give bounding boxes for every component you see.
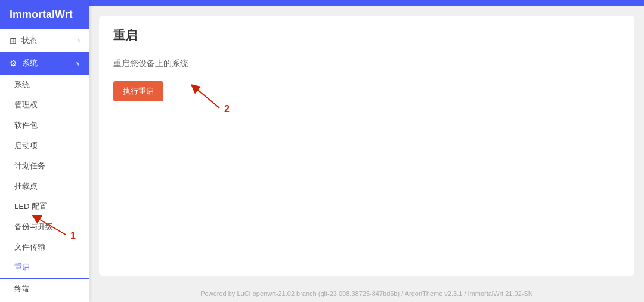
sidebar-item-admin[interactable]: 管理权 [0, 95, 89, 115]
sidebar-item-mount[interactable]: 挂载点 [0, 176, 89, 196]
sidebar-item-reboot[interactable]: 重启 [0, 257, 89, 279]
sidebar-item-led[interactable]: LED 配置 [0, 196, 89, 217]
status-label: 状态 [21, 35, 37, 46]
top-bar [89, 0, 644, 6]
sidebar-item-filetransfer[interactable]: 文件传输 [0, 237, 89, 257]
sidebar-item-status[interactable]: ⊞ 状态 › [0, 29, 89, 52]
page-description: 重启您设备上的系统 [113, 58, 620, 69]
footer: Powered by LuCI openwrt-21.02 branch (gi… [89, 285, 644, 302]
chevron-right-icon: › [78, 38, 80, 44]
content-card: 重启 重启您设备上的系统 执行重启 2 [99, 16, 634, 276]
system-label: 系统 [22, 58, 38, 69]
gear-icon: ⚙ [10, 58, 17, 68]
arrow-annotation-2: 2 [182, 69, 254, 117]
sidebar-item-system-sub[interactable]: 系统 [0, 75, 89, 95]
footer-text: Powered by LuCI openwrt-21.02 branch (gi… [200, 290, 532, 297]
grid-icon: ⊞ [10, 36, 17, 45]
app-logo: ImmortalWrt [0, 0, 89, 29]
sidebar-item-terminal[interactable]: 终端 [0, 279, 89, 299]
svg-line-3 [194, 87, 219, 108]
sidebar-item-scheduled[interactable]: 计划任务 [0, 156, 89, 176]
sidebar-item-startup[interactable]: 启动项 [0, 135, 89, 156]
system-submenu: 系统 管理权 软件包 启动项 计划任务 挂载点 LED 配置 备份与升级 文件传… [0, 75, 89, 299]
main-area: 重启 重启您设备上的系统 执行重启 2 Powered by LuCI open… [89, 0, 644, 302]
sidebar-item-backup[interactable]: 备份与升级 [0, 217, 89, 237]
reboot-button[interactable]: 执行重启 [113, 81, 163, 101]
chevron-down-icon: ∨ [76, 60, 80, 67]
svg-text:2: 2 [224, 104, 230, 114]
sidebar-item-packages[interactable]: 软件包 [0, 115, 89, 135]
sidebar: ImmortalWrt ⊞ 状态 › ⚙ 系统 ∨ 系统 管理权 软件包 启动项… [0, 0, 89, 302]
sidebar-item-system[interactable]: ⚙ 系统 ∨ [0, 52, 89, 75]
page-title: 重启 [113, 27, 620, 51]
content-area: 重启 重启您设备上的系统 执行重启 2 [89, 6, 644, 285]
